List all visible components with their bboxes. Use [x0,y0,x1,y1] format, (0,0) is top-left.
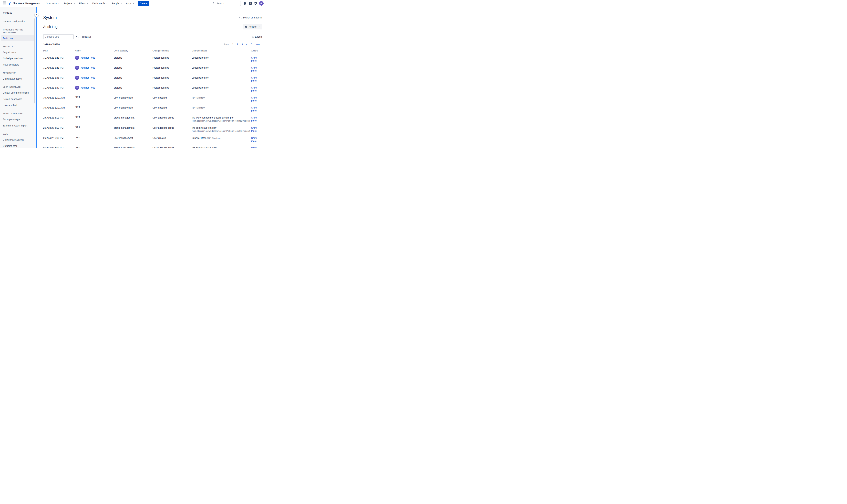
author-name: JIRA [75,126,80,129]
sidebar-item-default-user-preferences[interactable]: Default user preferences [1,90,34,96]
audit-log-table: DateAuthorEvent categoryChange summaryCh… [43,49,262,148]
sidebar-item-look-and-feel[interactable]: Look and feel [1,102,34,108]
changed-object-cell: (IDP Directory) [192,106,251,109]
pagination-next[interactable]: Next [254,43,262,46]
show-more-link[interactable]: Show more [251,147,257,148]
show-more-link[interactable]: Show more [251,126,257,132]
primary-nav: Your workProjectsFiltersDashboardsPeople… [45,1,136,6]
audit-date: 30/Aug/22 10:01 AM [43,106,75,109]
column-header-date: Date [43,49,75,52]
settings-gear-icon[interactable] [253,1,259,6]
sidebar-item-global-automation[interactable]: Global automation [1,76,34,82]
sidebar-item-issue-collectors[interactable]: Issue collectors [1,61,34,68]
show-more-link[interactable]: Show more [251,106,257,112]
audit-date: 26/Aug/22 6:09 PM [43,116,75,119]
nav-item-your-work[interactable]: Your work [45,1,62,6]
show-more-link[interactable]: Show more [251,76,257,82]
author-cell: JRJennifer Ross [75,56,114,60]
table-row: 31/Aug/22 3:48 PMJRJennifer Rossprojects… [43,74,262,84]
event-category-cell: projects [114,56,153,59]
nav-item-filters[interactable]: Filters [77,1,90,6]
author-link[interactable]: Jennifer Ross [81,86,95,89]
time-filter[interactable]: Time: All [82,35,91,38]
user-avatar[interactable]: JR [259,1,264,5]
nav-item-people[interactable]: People [110,1,124,6]
sidebar-item-backup-manager[interactable]: Backup manager [1,116,34,122]
jira-logo-icon [8,1,12,5]
pagination-page-3[interactable]: 3 [240,43,244,46]
changed-object-name: jira-workmanagement-users-ac-tom-perf [192,116,234,119]
event-category-cell: group management [114,126,153,129]
contains-text-input[interactable] [43,34,74,39]
notifications-button[interactable] [242,1,248,6]
sidebar-section-heading-security: SECURITY [3,45,28,48]
table-row: 26/Aug/22 6:09 PMJIRAgroup managementUse… [43,114,262,124]
author-name: JIRA [75,106,80,109]
sidebar-item-project-roles[interactable]: Project roles [1,49,34,55]
actions-cell: Show more [251,137,262,143]
create-button[interactable]: Create [138,1,149,6]
changed-object-note: (IDP Directory) [192,107,205,109]
change-summary-cell: User added to group [153,116,192,119]
pagination-prev: Prev [223,43,230,46]
changed-object-name: Jennifer Ross [192,137,207,139]
sidebar-item-global-permissions[interactable]: Global permissions [1,55,34,61]
actions-button[interactable]: Actions [243,24,262,30]
actions-cell: Show more [251,116,262,122]
show-more-link[interactable]: Show more [251,56,257,62]
author-link[interactable]: Jennifer Ross [81,66,95,69]
column-header-change-summary: Change summary [153,49,192,52]
show-more-link[interactable]: Show more [251,96,257,102]
nav-item-dashboards[interactable]: Dashboards [90,1,110,6]
search-input[interactable] [216,2,239,5]
chevron-down-icon [106,2,108,4]
jira-home-link[interactable]: Jira Work Management [8,1,40,5]
nav-item-apps[interactable]: Apps [124,1,136,6]
sidebar-item-default-dashboard[interactable]: Default dashboard [1,96,34,102]
table-row: 30/Aug/22 10:01 AMJIRAuser managementUse… [43,94,262,104]
main-content: System Search Jira admin Audit Log Actio… [43,7,262,148]
sidebar-item-audit-log[interactable]: Audit Log [1,35,34,41]
event-category-cell: group management [114,146,153,148]
show-more-link[interactable]: Show more [251,137,257,142]
pagination-page-2[interactable]: 2 [235,43,240,46]
sidebar-item-global-mail-settings[interactable]: Global Mail Settings [1,137,34,143]
sidebar-item-outgoing-mail[interactable]: Outgoing Mail [1,143,34,148]
author-avatar-initials: JR [75,56,79,60]
change-summary-cell: Project updated [153,76,192,79]
chevron-down-icon [58,2,60,4]
show-more-link[interactable]: Show more [251,86,257,92]
search-jira-admin-link[interactable]: Search Jira admin [239,16,262,19]
author-link[interactable]: Jennifer Ross [81,56,95,59]
author-link[interactable]: Jennifer Ross [81,76,95,79]
sidebar-item-general-configuration[interactable]: General configuration [1,18,34,24]
global-search[interactable] [211,1,241,6]
change-summary-cell: User updated [153,106,192,109]
app-switcher-icon[interactable] [3,1,6,5]
pagination-page-4[interactable]: 4 [245,43,249,46]
table-header-row: DateAuthorEvent categoryChange summaryCh… [43,49,262,54]
sidebar-collapse-button[interactable] [35,13,39,17]
export-download-icon [251,35,254,38]
section-title: Audit Log [43,25,58,29]
sidebar-item-external-system-import[interactable]: External System Import [1,123,34,129]
changed-object-cell: Jennifer Ross (IDP Directory) [192,137,251,140]
product-name: Jira Work Management [13,2,40,5]
author-cell: JRJennifer Ross [75,86,114,90]
help-button[interactable]: ? [248,1,253,6]
changed-object-cell: Juupobejani Inc. [192,56,251,59]
sidebar-scrollbar[interactable] [34,18,35,104]
export-link[interactable]: Export [251,35,262,38]
change-summary-cell: User created [153,137,192,140]
changed-object-name: Juupobejani Inc. [192,76,209,79]
event-category-cell: projects [114,86,153,89]
show-more-link[interactable]: Show more [251,66,257,72]
show-more-link[interactable]: Show more [251,116,257,122]
actions-cell: Show more [251,126,262,132]
nav-item-projects[interactable]: Projects [62,1,77,6]
filter-search-button[interactable] [76,35,79,38]
pagination-page-5[interactable]: 5 [249,43,253,46]
pagination-page-1: 1 [231,43,235,46]
section-divider [43,32,262,32]
changed-object-name: Juupobejani Inc. [192,66,209,69]
